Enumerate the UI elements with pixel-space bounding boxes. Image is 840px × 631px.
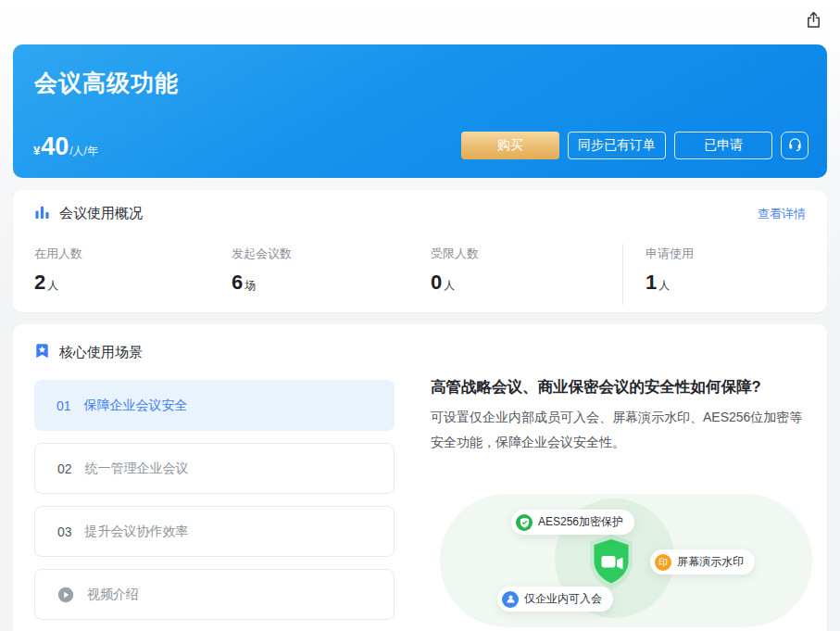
stat-label: 申请使用 <box>646 246 694 262</box>
price-unit: /人/年 <box>69 144 98 159</box>
applied-button[interactable]: 已申请 <box>674 132 772 159</box>
stat-meetings-started: 发起会议数 6场 <box>232 246 292 295</box>
share-icon <box>804 10 823 33</box>
scenario-label: 提升会议协作效率 <box>85 524 189 540</box>
shield-check-icon <box>516 514 533 531</box>
page-title: 会议高级功能 <box>34 68 179 98</box>
core-scenarios-card: 核心使用场景 01 保障企业会议安全 02 统一管理企业会议 03 提升会议协作… <box>13 324 827 631</box>
stat-unit: 场 <box>244 278 256 294</box>
badge-members-only: 仅企业内可入会 <box>497 587 613 612</box>
user-icon <box>502 591 519 608</box>
scenario-item-management[interactable]: 02 统一管理企业会议 <box>34 443 395 494</box>
price-currency: ¥ <box>33 144 40 158</box>
stats-divider <box>622 244 623 305</box>
stat-unit: 人 <box>444 278 455 294</box>
badge-label: AES256加密保护 <box>538 514 623 530</box>
price-value: 40 <box>41 134 69 159</box>
scenario-number: 02 <box>57 461 72 476</box>
scenarios-card-header: 核心使用场景 <box>34 343 143 362</box>
bar-chart-icon <box>34 204 50 223</box>
scenario-item-efficiency[interactable]: 03 提升会议协作效率 <box>34 506 395 557</box>
stat-restricted-users: 受限人数 0人 <box>431 246 479 295</box>
badge-label: 屏幕演示水印 <box>677 554 744 570</box>
stat-unit: 人 <box>658 278 670 294</box>
stat-applied-users: 申请使用 1人 <box>646 246 694 295</box>
usage-card-title: 会议使用概况 <box>59 205 143 222</box>
banner-actions: 购买 同步已有订单 已申请 <box>461 132 809 159</box>
play-icon <box>57 587 74 603</box>
badge-aes-encryption: AES256加密保护 <box>511 510 634 535</box>
scenario-label: 统一管理企业会议 <box>85 461 189 477</box>
stat-active-users: 在用人数 2人 <box>34 246 82 295</box>
support-button[interactable] <box>781 132 809 159</box>
stamp-glyph: 印 <box>658 558 668 567</box>
scenario-item-security[interactable]: 01 保障企业会议安全 <box>34 380 395 431</box>
stat-value: 2 <box>34 271 45 295</box>
share-button[interactable] <box>801 9 825 33</box>
buy-button[interactable]: 购买 <box>461 132 559 159</box>
sync-orders-button[interactable]: 同步已有订单 <box>568 132 666 159</box>
video-intro-item[interactable]: 视频介绍 <box>34 569 395 620</box>
scenario-label: 保障企业会议安全 <box>84 398 188 414</box>
stat-value: 6 <box>232 271 243 295</box>
product-banner: 会议高级功能 ¥ 40 /人/年 购买 同步已有订单 已申请 <box>13 44 827 178</box>
bookmark-star-icon <box>34 343 50 362</box>
scenario-number: 03 <box>57 524 72 539</box>
usage-card-header: 会议使用概况 <box>34 204 143 223</box>
scenario-detail-description: 可设置仅企业内部成员可入会、屏幕演示水印、AES256位加密等安全功能，保障企业… <box>431 405 809 455</box>
stat-label: 发起会议数 <box>232 246 292 262</box>
headset-icon <box>787 136 803 155</box>
price: ¥ 40 /人/年 <box>33 134 98 159</box>
scenario-number: 01 <box>56 398 71 413</box>
badge-label: 仅企业内可入会 <box>524 591 602 607</box>
top-bar <box>0 0 840 42</box>
stamp-icon: 印 <box>655 554 671 571</box>
video-intro-label: 视频介绍 <box>87 587 139 603</box>
stat-value: 1 <box>646 271 657 295</box>
stat-unit: 人 <box>47 278 58 294</box>
scenarios-card-title: 核心使用场景 <box>59 344 143 361</box>
badge-screen-watermark: 印 屏幕演示水印 <box>650 549 755 574</box>
stat-label: 在用人数 <box>34 246 82 262</box>
stat-label: 受限人数 <box>431 246 479 262</box>
view-details-link[interactable]: 查看详情 <box>758 206 806 222</box>
stat-value: 0 <box>431 271 442 295</box>
usage-overview-card: 会议使用概况 查看详情 在用人数 2人 发起会议数 6场 受限人数 0人 申请使… <box>13 190 827 312</box>
scenario-detail-heading: 高管战略会议、商业保密会议的安全性如何保障? <box>431 377 810 398</box>
